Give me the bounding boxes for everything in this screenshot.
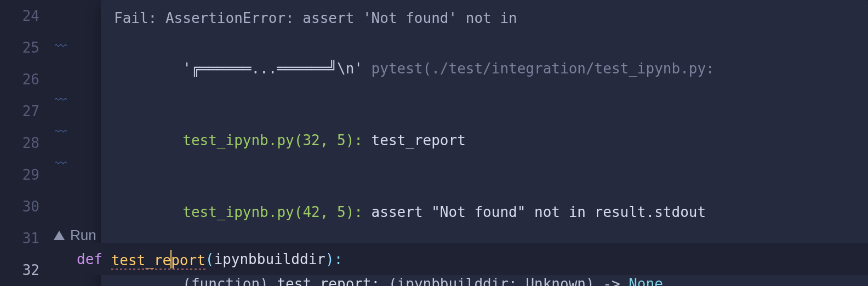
- sig-kind: (function): [182, 276, 277, 286]
- run-code-lens[interactable]: Run: [54, 227, 96, 244]
- stack-trace-entry[interactable]: test_ipynb.py(42, 5): assert "Not found"…: [114, 173, 855, 244]
- trace-location: test_ipynb.py(32, 5):: [182, 132, 371, 148]
- sig-args: (ipynbbuilddir: Unknown) ->: [389, 276, 629, 286]
- line-number: 30: [0, 191, 39, 222]
- fn-name-part: test_re: [111, 252, 172, 268]
- keyword-def: def: [77, 251, 111, 267]
- fn-name-part: port: [171, 252, 205, 268]
- line-number: 25: [0, 32, 39, 64]
- stack-trace-entry[interactable]: test_ipynb.py(32, 5): test_report: [114, 101, 855, 173]
- fold-mark-icon[interactable]: 〰: [55, 125, 67, 139]
- line-number: 29: [0, 159, 39, 191]
- line-number: 26: [0, 64, 39, 95]
- error-message-line2: '╔══════...══════╝\n' pytest(./test/inte…: [114, 29, 855, 101]
- code-line-32[interactable]: def test_report(ipynbbuilddir):: [77, 243, 868, 275]
- fold-mark-icon[interactable]: 〰: [55, 93, 67, 107]
- code-editor: 24 25 26 27 28 29 30 31 32 〰 〰 〰 〰 Fail:…: [0, 0, 868, 286]
- fold-mark-icon[interactable]: 〰: [55, 157, 67, 170]
- error-snippet: '╔══════...══════╝\n': [182, 60, 371, 77]
- trace-text: test_report: [372, 132, 466, 148]
- line-number-gutter: 24 25 26 27 28 29 30 31 32: [0, 0, 49, 286]
- parameter-name: ipynbbuilddir: [214, 251, 326, 267]
- fold-mark-icon[interactable]: 〰: [55, 39, 67, 53]
- line-number: 31: [0, 222, 39, 254]
- sig-return-type: None: [629, 276, 663, 286]
- warning-icon: [54, 231, 65, 240]
- colon: :: [334, 251, 343, 267]
- code-area[interactable]: Fail: AssertionError: assert 'Not found'…: [77, 0, 868, 286]
- run-label: Run: [70, 227, 96, 244]
- paren-open: (: [205, 251, 214, 267]
- line-number-active: 32: [0, 254, 39, 286]
- line-number: 28: [0, 127, 39, 159]
- line-number: 24: [0, 0, 39, 32]
- trace-location: test_ipynb.py(42, 5):: [182, 204, 371, 220]
- line-number: 27: [0, 95, 39, 127]
- function-name: test_report: [111, 250, 205, 268]
- error-message-line1: Fail: AssertionError: assert 'Not found'…: [114, 0, 855, 29]
- sig-name: test_report:: [277, 276, 389, 286]
- error-source-path: pytest(./test/integration/test_ipynb.py:: [372, 60, 715, 77]
- paren-close: ): [326, 251, 334, 267]
- trace-text: assert "Not found" not in result.stdout: [372, 204, 706, 220]
